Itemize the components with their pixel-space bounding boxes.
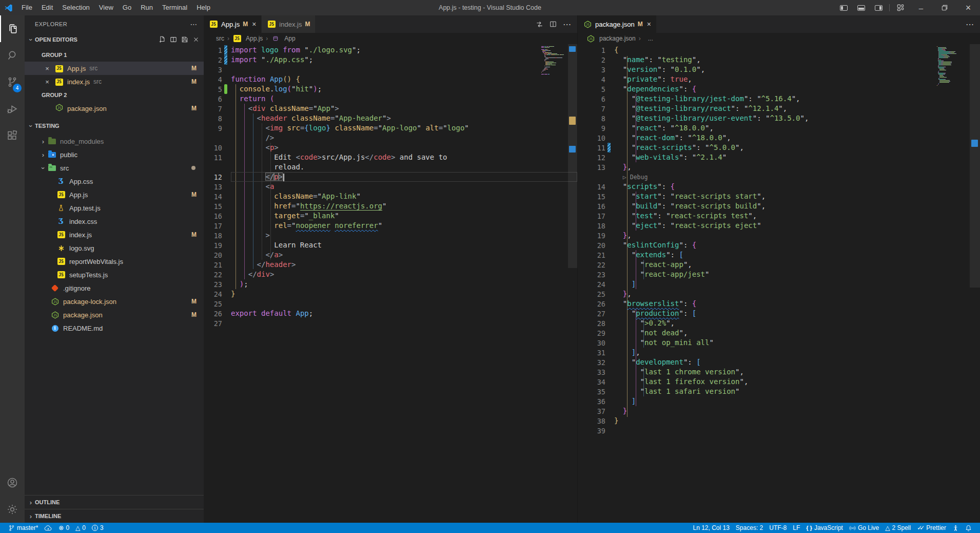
code-line[interactable]: 16 target="_blank"	[204, 211, 577, 221]
run-debug-icon[interactable]	[0, 96, 25, 122]
code-line[interactable]: 3	[204, 65, 577, 74]
explorer-icon[interactable]	[0, 15, 25, 42]
code-editor-packagejson[interactable]: 1 { 2 "name": "testing", 3 "version": "0…	[578, 44, 980, 523]
save-all-icon[interactable]	[181, 36, 188, 43]
code-line[interactable]: 21 "extends": [	[578, 250, 980, 260]
scrollbar[interactable]	[568, 44, 577, 268]
open-editor-item[interactable]: × JS App.js src M	[25, 62, 204, 75]
code-line[interactable]: 1 import logo from "./logo.svg";	[204, 45, 577, 55]
menu-help[interactable]: Help	[192, 0, 215, 15]
code-line[interactable]: 38 }	[578, 416, 980, 426]
source-control-icon[interactable]: 4	[0, 69, 25, 96]
code-line[interactable]: 6 return (	[204, 94, 577, 104]
toggle-sidebar-left-icon[interactable]	[835, 0, 852, 15]
code-line[interactable]: 25 },	[578, 289, 980, 299]
status-info[interactable]: i3	[89, 523, 107, 533]
code-line[interactable]: 20 "eslintConfig": {	[578, 240, 980, 250]
code-line[interactable]: 19 },	[578, 231, 980, 240]
tree-item-App.test.js[interactable]: App.test.js	[25, 201, 204, 215]
code-line[interactable]: 29 "not dead",	[578, 328, 980, 338]
editor-layout-icon[interactable]	[170, 36, 177, 43]
code-line[interactable]: 4 function App() {	[204, 74, 577, 84]
open-editor-item[interactable]: JS package.json M	[25, 102, 204, 115]
breadcrumb-item[interactable]: App	[284, 35, 295, 42]
code-line[interactable]: 21 </header>	[204, 260, 577, 270]
code-line[interactable]: 17 "test": "react-scripts test",	[578, 211, 980, 221]
code-line[interactable]: 34 "last 1 firefox version",	[578, 377, 980, 387]
tree-item-App.css[interactable]: Ʒ App.css	[25, 175, 204, 188]
code-line[interactable]: 10 <p>	[204, 143, 577, 153]
tree-item-index.css[interactable]: Ʒ index.css	[25, 215, 204, 228]
code-line[interactable]: reload.	[204, 162, 577, 172]
accounts-icon[interactable]	[0, 469, 25, 496]
extensions-icon[interactable]	[0, 122, 25, 149]
code-line[interactable]: 26 "browserslist": {	[578, 299, 980, 309]
tree-item-reportWebVitals.js[interactable]: JS reportWebVitals.js	[25, 255, 204, 268]
customize-layout-icon[interactable]	[892, 0, 909, 15]
code-line[interactable]: 14 className="App-link"	[204, 192, 577, 201]
tree-item-setupTests.js[interactable]: JS setupTests.js	[25, 268, 204, 281]
status-checks[interactable]: ✓✓Prettier	[914, 523, 949, 533]
changes-icon[interactable]	[536, 21, 543, 28]
status-err[interactable]: ⊗0	[55, 523, 72, 533]
code-line[interactable]: 31 ],	[578, 348, 980, 357]
menu-go[interactable]: Go	[118, 0, 136, 15]
menu-run[interactable]: Run	[136, 0, 158, 15]
code-line[interactable]: 30 "not op_mini all"	[578, 338, 980, 348]
minimap[interactable]	[541, 46, 566, 76]
code-line[interactable]: 24 ]	[578, 279, 980, 289]
breadcrumb-item[interactable]: package.json	[599, 35, 636, 42]
code-line[interactable]: 35 "last 1 safari version"	[578, 387, 980, 396]
breadcrumb-item[interactable]: App.js	[246, 35, 263, 42]
panel-timeline[interactable]: ›TIMELINE	[25, 509, 204, 523]
menu-view[interactable]: View	[94, 0, 118, 15]
code-line[interactable]: 6 "@testing-library/jest-dom": "^5.16.4"…	[578, 94, 980, 104]
code-line[interactable]: 16 "build": "react-scripts build",	[578, 201, 980, 211]
minimap[interactable]	[937, 46, 968, 87]
search-icon[interactable]	[0, 42, 25, 69]
code-line[interactable]: 8 "@testing-library/user-event": "^13.5.…	[578, 113, 980, 123]
code-line[interactable]: 20 </a>	[204, 250, 577, 260]
code-line[interactable]: 5 console.log("hit");	[204, 84, 577, 94]
close-icon[interactable]: ×	[647, 20, 651, 28]
code-line[interactable]: 39	[578, 426, 980, 435]
tab-App.js[interactable]: JSApp.js M ×	[204, 15, 262, 33]
menu-selection[interactable]: Selection	[57, 0, 94, 15]
code-line[interactable]: 25	[204, 299, 577, 309]
tree-item-App.js[interactable]: JS App.js M	[25, 188, 204, 201]
menu-file[interactable]: File	[17, 0, 37, 15]
code-line[interactable]: 33 "last 1 chrome version",	[578, 367, 980, 377]
code-line[interactable]: 15 "start": "react-scripts start",	[578, 192, 980, 201]
codelens[interactable]: ▷ Debug	[578, 172, 980, 182]
code-line[interactable]: 10 "react-dom": "^18.0.0",	[578, 133, 980, 143]
tree-item-index.js[interactable]: JS index.js M	[25, 228, 204, 241]
code-line[interactable]: 8 <header className="App-header">	[204, 113, 577, 123]
tab-index.js[interactable]: JSindex.js M	[262, 15, 316, 33]
status-a11y[interactable]	[949, 523, 962, 533]
close-icon[interactable]: ×	[43, 65, 51, 72]
close-button[interactable]: ×	[956, 0, 980, 15]
status-branch[interactable]: master*	[5, 523, 41, 533]
code-line[interactable]: 15 href="https://reactjs.org"	[204, 201, 577, 211]
code-line[interactable]: 11 Edit <code>src/App.js</code> and save…	[204, 153, 577, 162]
tree-item-package-lock.json[interactable]: JS package-lock.json M	[25, 295, 204, 308]
status-warn[interactable]: △2 Spell	[882, 523, 914, 533]
tree-item-logo.svg[interactable]: logo.svg	[25, 241, 204, 255]
settings-gear-icon[interactable]	[0, 496, 25, 523]
more-icon[interactable]: ⋯	[563, 20, 571, 29]
code-line[interactable]: 11 "react-scripts": "^5.0.0",	[578, 143, 980, 153]
code-line[interactable]: 32 "development": [	[578, 357, 980, 367]
status-spaces-2[interactable]: Spaces: 2	[733, 523, 766, 533]
code-line[interactable]: 22 "react-app",	[578, 260, 980, 270]
restore-button[interactable]	[933, 0, 956, 15]
scrollbar[interactable]	[970, 44, 980, 288]
code-line[interactable]: 14 "scripts": {	[578, 182, 980, 192]
open-editors-header[interactable]: › OPEN EDITORS	[25, 33, 204, 46]
code-line[interactable]: 18 "eject": "react-scripts eject"	[578, 221, 980, 231]
code-line[interactable]: 22 </div>	[204, 270, 577, 279]
code-line[interactable]: 2 "name": "testing",	[578, 55, 980, 65]
code-line[interactable]: 19 Learn React	[204, 240, 577, 250]
open-editor-item[interactable]: × JS index.js src M	[25, 75, 204, 88]
minimize-button[interactable]: –	[909, 0, 933, 15]
status-cloud[interactable]	[41, 523, 55, 533]
